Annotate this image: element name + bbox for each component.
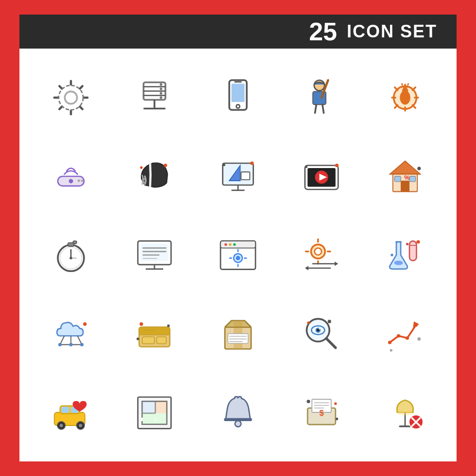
icon-science-lab[interactable] xyxy=(363,216,447,294)
main-container: 25 ICON SET xyxy=(19,15,457,461)
svg-point-104 xyxy=(69,343,72,346)
icon-stopwatch[interactable] xyxy=(29,216,113,294)
svg-point-83 xyxy=(315,248,322,255)
svg-point-62 xyxy=(69,257,72,259)
svg-point-162 xyxy=(306,400,310,403)
icon-design-monitor[interactable] xyxy=(196,137,280,216)
svg-marker-91 xyxy=(305,266,308,271)
icon-lamp-cancel[interactable] xyxy=(363,373,447,452)
svg-point-34 xyxy=(164,164,167,167)
icon-trend-arrow[interactable] xyxy=(363,294,447,373)
icon-gear-arrow[interactable] xyxy=(280,216,363,294)
icon-floor-plan[interactable] xyxy=(113,373,196,452)
icon-bell[interactable] xyxy=(196,373,280,452)
svg-point-114 xyxy=(136,338,139,340)
icon-package-box[interactable] xyxy=(196,294,280,373)
svg-rect-152 xyxy=(155,402,167,413)
svg-point-132 xyxy=(397,334,400,338)
svg-rect-153 xyxy=(142,413,167,425)
svg-rect-108 xyxy=(139,327,170,335)
svg-text:$: $ xyxy=(320,408,324,417)
svg-point-29 xyxy=(69,179,73,183)
svg-rect-51 xyxy=(401,181,409,192)
svg-point-98 xyxy=(406,243,408,245)
icon-taxi-heart[interactable] xyxy=(29,373,113,452)
svg-rect-139 xyxy=(61,407,69,413)
svg-point-30 xyxy=(78,179,80,182)
svg-marker-89 xyxy=(335,262,338,266)
svg-line-20 xyxy=(323,104,324,113)
svg-rect-52 xyxy=(394,176,401,182)
svg-rect-53 xyxy=(409,176,416,182)
icon-baseball-player[interactable] xyxy=(280,58,363,137)
svg-point-75 xyxy=(233,243,236,246)
svg-point-26 xyxy=(401,83,403,85)
icon-video-tablet[interactable] xyxy=(280,137,363,216)
svg-point-163 xyxy=(334,402,337,405)
svg-point-96 xyxy=(391,254,393,256)
svg-point-73 xyxy=(224,243,227,246)
svg-point-131 xyxy=(388,340,391,344)
svg-point-133 xyxy=(406,336,409,340)
svg-point-10 xyxy=(160,92,162,94)
icon-wifi-router[interactable] xyxy=(29,137,113,216)
svg-point-103 xyxy=(58,343,62,346)
svg-point-0 xyxy=(65,91,77,103)
icon-mobile-phone[interactable] xyxy=(196,58,280,137)
svg-point-106 xyxy=(83,323,86,326)
svg-point-164 xyxy=(336,418,338,420)
svg-text:%: % xyxy=(404,174,409,181)
header-number: 25 xyxy=(309,17,337,46)
svg-line-32 xyxy=(142,179,145,180)
svg-rect-151 xyxy=(142,402,155,413)
svg-point-27 xyxy=(408,83,409,85)
svg-point-31 xyxy=(81,179,84,182)
svg-point-144 xyxy=(79,424,82,427)
icon-web-settings[interactable] xyxy=(196,216,280,294)
icon-football-helmet[interactable] xyxy=(113,137,196,216)
icon-invoice-printer[interactable]: $ xyxy=(280,373,363,452)
svg-point-35 xyxy=(140,166,142,169)
header-title: ICON SET xyxy=(347,21,437,42)
svg-point-9 xyxy=(160,87,162,90)
svg-point-8 xyxy=(160,83,162,85)
svg-rect-40 xyxy=(241,172,250,180)
svg-point-167 xyxy=(397,411,413,415)
svg-point-48 xyxy=(305,166,307,168)
svg-line-19 xyxy=(315,104,317,113)
icon-wallet[interactable] xyxy=(113,294,196,373)
svg-point-47 xyxy=(335,164,339,167)
icon-discount-house[interactable]: % xyxy=(363,137,447,216)
svg-line-33 xyxy=(142,182,144,183)
svg-marker-49 xyxy=(390,161,421,174)
svg-point-112 xyxy=(139,323,143,326)
svg-point-93 xyxy=(394,261,403,265)
icon-monitor-report[interactable] xyxy=(113,216,196,294)
svg-rect-109 xyxy=(142,337,154,343)
icon-settings-gear[interactable] xyxy=(29,58,113,137)
svg-point-77 xyxy=(236,256,240,260)
svg-rect-59 xyxy=(73,241,77,243)
svg-point-23 xyxy=(402,87,408,94)
icon-network-stand[interactable] xyxy=(113,58,196,137)
svg-point-134 xyxy=(414,323,418,326)
svg-point-97 xyxy=(416,240,420,243)
icon-cloud-network[interactable] xyxy=(29,294,113,373)
svg-point-113 xyxy=(167,324,170,327)
svg-point-128 xyxy=(307,322,309,324)
icon-bug-gear[interactable] xyxy=(363,58,447,137)
svg-point-11 xyxy=(160,96,162,99)
icon-search-eye[interactable] xyxy=(280,294,363,373)
icons-grid: % xyxy=(19,49,457,461)
svg-point-41 xyxy=(250,161,254,165)
svg-point-129 xyxy=(328,320,331,323)
svg-rect-13 xyxy=(232,84,245,102)
svg-point-135 xyxy=(417,337,421,340)
svg-line-123 xyxy=(326,339,336,348)
header: 25 ICON SET xyxy=(19,15,457,49)
svg-rect-94 xyxy=(409,241,416,261)
svg-point-143 xyxy=(60,424,63,427)
svg-point-155 xyxy=(235,421,241,427)
svg-rect-110 xyxy=(157,337,167,343)
svg-point-42 xyxy=(223,164,225,166)
